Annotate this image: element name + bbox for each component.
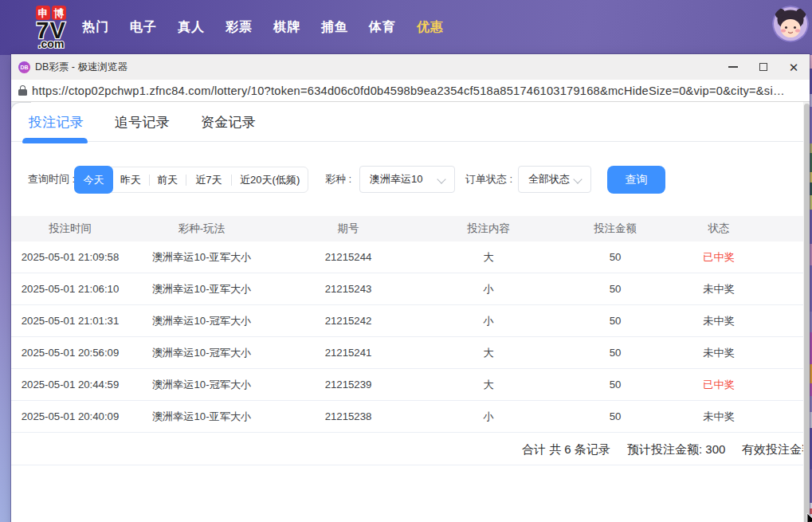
cell-issue: 21215243 [274, 273, 422, 304]
cell-bet-content: 大 [422, 337, 555, 368]
col-header-issue: 期号 [274, 216, 422, 241]
cell-issue: 21215241 [274, 337, 422, 368]
nav-item-board-games[interactable]: 棋牌 [273, 19, 300, 36]
cell-status: 已中奖 [676, 241, 762, 273]
window-controls: ✕ [718, 54, 809, 80]
cell-bet-time: 2025-05-01 20:44:59 [11, 369, 129, 400]
site-top-bar: 申 博 7V .com 热门 电子 真人 彩票 棋牌 捕鱼 体育 优惠 [0, 0, 812, 55]
close-button[interactable]: ✕ [779, 54, 809, 80]
records-card: 投注记录 追号记录 资金记录 查询时间 : 今天 昨天 前天 近7天 [11, 103, 810, 522]
time-range-group: 今天 昨天 前天 近7天 近20天(低频) [74, 167, 308, 193]
time-option-day-before[interactable]: 前天 [150, 167, 186, 193]
cell-issue: 21215242 [274, 305, 422, 336]
user-avatar[interactable] [772, 6, 809, 42]
nav-item-hot[interactable]: 热门 [82, 19, 109, 36]
cell-lottery-play: 澳洲幸运10-冠军大小 [129, 305, 274, 336]
cell-bet-amount: 50 [555, 273, 676, 304]
page-content: 投注记录 追号记录 资金记录 查询时间 : 今天 昨天 前天 近7天 [11, 102, 810, 522]
tab-fund-records-label: 资金记录 [201, 113, 256, 131]
time-option-yesterday[interactable]: 昨天 [112, 167, 149, 193]
minimize-button[interactable] [718, 54, 748, 80]
table-row[interactable]: 2025-05-01 20:40:09 澳洲幸运10-亚军大小 21215238… [11, 401, 803, 433]
cell-lottery-play: 澳洲幸运10-冠军大小 [129, 337, 274, 368]
cell-bet-time: 2025-05-01 21:06:10 [11, 273, 129, 304]
tab-bet-records[interactable]: 投注记录 [29, 103, 84, 142]
col-header-bet-content: 投注内容 [422, 216, 555, 241]
chevron-down-icon [437, 175, 445, 183]
time-option-today[interactable]: 今天 [75, 167, 112, 193]
cell-status: 已中奖 [676, 369, 762, 400]
cell-lottery-play: 澳洲幸运10-亚军大小 [129, 401, 274, 432]
table-row[interactable]: 2025-05-01 21:06:10 澳洲幸运10-亚军大小 21215243… [11, 273, 803, 305]
logo-suffix-text: .com [38, 37, 65, 50]
table-row[interactable]: 2025-05-01 21:09:58 澳洲幸运10-亚军大小 21215244… [11, 241, 803, 273]
cell-status: 未中奖 [676, 337, 762, 368]
nav-item-lottery[interactable]: 彩票 [226, 19, 253, 36]
cell-status: 未中奖 [676, 401, 762, 432]
lock-icon [18, 85, 27, 96]
active-tab-indicator [22, 138, 88, 143]
cell-bet-content: 小 [422, 273, 555, 304]
nav-item-sports[interactable]: 体育 [369, 19, 396, 36]
tab-chase-records[interactable]: 追号记录 [115, 103, 170, 142]
time-filter-label: 查询时间 : [28, 166, 75, 193]
order-status-select[interactable]: 全部状态 [518, 166, 591, 193]
maximize-button[interactable] [748, 54, 779, 80]
lottery-filter-label: 彩种 : [325, 166, 351, 193]
table-row[interactable]: 2025-05-01 20:44:59 澳洲幸运10-冠军大小 21215239… [11, 369, 803, 401]
col-header-bet-amount: 投注金额 [555, 216, 676, 241]
browser-window: DB DB彩票 - 极速浏览器 ✕ https://ctop02pchwp1.z… [11, 54, 810, 522]
summary-expected-amount: 预计投注金额: 300 [627, 433, 725, 465]
browser-favicon-icon: DB [18, 61, 30, 73]
address-bar: https://ctop02pchwp1.zfnc84.com/lottery/… [11, 80, 810, 102]
cell-bet-amount: 50 [555, 337, 676, 368]
site-nav: 热门 电子 真人 彩票 棋牌 捕鱼 体育 优惠 [82, 0, 444, 55]
filter-bar: 查询时间 : 今天 昨天 前天 近7天 近20天(低频) 彩种 : 澳洲幸运10 [11, 166, 810, 194]
url-input[interactable]: https://ctop02pchwp1.zfnc84.com/lottery/… [32, 84, 785, 97]
nav-item-fishing[interactable]: 捕鱼 [321, 19, 348, 36]
cell-lottery-play: 澳洲幸运10-冠军大小 [129, 369, 274, 400]
minimize-icon [728, 66, 738, 67]
table-summary-row: 合计 共 6 条记录 预计投注金额: 300 有效投注金额 [11, 433, 804, 465]
nav-item-slots[interactable]: 电子 [130, 19, 157, 36]
cell-bet-time: 2025-05-01 21:01:31 [11, 305, 129, 336]
maximize-icon [759, 63, 767, 71]
nav-item-promotions[interactable]: 优惠 [417, 19, 444, 36]
col-header-lottery-play: 彩种-玩法 [129, 216, 274, 241]
cell-bet-content: 大 [422, 369, 555, 400]
mouse-cursor [806, 513, 812, 522]
scrollbar-thumb[interactable] [804, 104, 810, 522]
cell-bet-content: 大 [422, 241, 555, 273]
cell-bet-amount: 50 [555, 401, 676, 432]
cell-issue: 21215238 [274, 401, 422, 432]
record-tabs: 投注记录 追号记录 资金记录 [11, 103, 810, 142]
cell-bet-time: 2025-05-01 20:40:09 [11, 401, 129, 432]
tab-chase-records-label: 追号记录 [115, 113, 170, 131]
page-scrollbar [803, 102, 810, 522]
tab-fund-records[interactable]: 资金记录 [201, 103, 256, 142]
nav-item-live[interactable]: 真人 [178, 19, 205, 36]
window-title: DB彩票 - 极速浏览器 [35, 61, 127, 74]
site-logo[interactable]: 申 博 7V .com [30, 3, 75, 54]
search-button[interactable]: 查询 [607, 166, 665, 194]
table-row[interactable]: 2025-05-01 20:56:09 澳洲幸运10-冠军大小 21215241… [11, 337, 803, 369]
order-status-filter-label: 订单状态 : [465, 166, 512, 193]
col-header-bet-time: 投注时间 [11, 216, 129, 241]
cell-bet-time: 2025-05-01 20:56:09 [11, 337, 129, 368]
lottery-select[interactable]: 澳洲幸运10 [359, 166, 455, 193]
cell-bet-content: 小 [422, 305, 555, 336]
cell-status: 未中奖 [676, 273, 762, 304]
cell-bet-content: 小 [422, 401, 555, 432]
chevron-down-icon [573, 175, 582, 183]
close-icon: ✕ [789, 61, 799, 73]
cell-issue: 21215244 [274, 241, 422, 273]
time-option-last-20-days[interactable]: 近20天(低频) [232, 167, 308, 193]
window-title-bar[interactable]: DB DB彩票 - 极速浏览器 ✕ [11, 54, 810, 80]
time-option-last-7-days[interactable]: 近7天 [186, 167, 232, 193]
lottery-select-value: 澳洲幸运10 [370, 172, 422, 186]
cell-bet-time: 2025-05-01 21:09:58 [11, 241, 129, 273]
table-header-row: 投注时间 彩种-玩法 期号 投注内容 投注金额 状态 [11, 216, 803, 241]
table-row[interactable]: 2025-05-01 21:01:31 澳洲幸运10-冠军大小 21215242… [11, 305, 803, 337]
summary-valid-amount: 有效投注金额 [742, 433, 804, 465]
cell-bet-amount: 50 [555, 305, 676, 336]
